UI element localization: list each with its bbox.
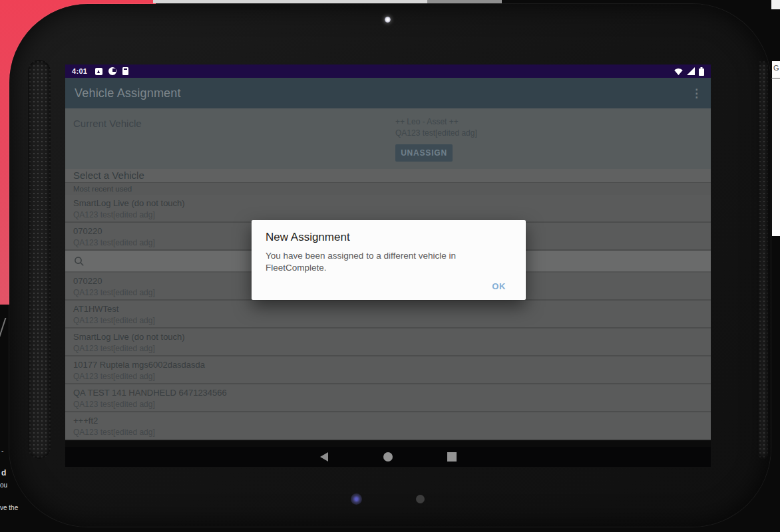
battery-icon xyxy=(699,67,704,76)
vehicle-row-subtitle: QA123 test[edited adg] xyxy=(73,343,703,354)
bezel-sensor-dot xyxy=(416,495,425,503)
status-bar: 4:01 xyxy=(65,65,711,78)
device-screen: 4:01 Vehicle Assignment xyxy=(65,65,711,467)
cellular-signal-icon xyxy=(687,67,695,76)
current-vehicle-label: Current Vehicle xyxy=(73,118,142,129)
most-recent-header: Most recent used xyxy=(65,182,711,195)
vehicle-row-title: SmartLog Live (do not touch) xyxy=(73,331,703,343)
notification-icon xyxy=(95,68,102,75)
unassign-button[interactable]: UNASSIGN xyxy=(395,144,453,162)
vehicle-row-title: SmartLog Live (do not touch) xyxy=(73,197,703,209)
list-bottom-gap xyxy=(65,440,711,447)
background-text-fragment: ve the xyxy=(0,504,18,511)
background-text-fragment: ou xyxy=(0,481,7,489)
notification-icons xyxy=(95,67,128,75)
dialog-title: New Assignment xyxy=(266,231,511,244)
background-edge-letter: G xyxy=(773,64,779,72)
background-top-strip-dark xyxy=(427,0,502,3)
overflow-menu-icon[interactable]: ⋮ xyxy=(691,88,701,99)
vehicle-row-title: 10177 Ruptela mgs6002dasdasda xyxy=(73,358,703,371)
current-vehicle-subtitle: QA123 test[edited adg] xyxy=(395,128,477,138)
vehicle-row[interactable]: AT1HWTest QA123 test[edited adg] xyxy=(65,301,711,329)
vehicle-row-subtitle: QA123 test[edited adg] xyxy=(73,371,703,382)
vehicle-row[interactable]: +++ft2 QA123 test[edited adg] xyxy=(65,412,711,440)
bezel-camera-dot xyxy=(351,493,362,505)
vehicle-row[interactable]: 10177 Ruptela mgs6002dasdasda QA123 test… xyxy=(65,356,711,384)
vehicle-row-subtitle: QA123 test[edited adg] xyxy=(73,427,703,438)
background-page-rule xyxy=(771,78,780,78)
screenshot-scene: G - d ou ve the 4:01 xyxy=(0,0,780,532)
current-vehicle-name: ++ Leo - Asset ++ xyxy=(395,117,459,126)
ok-button[interactable]: OK xyxy=(488,281,510,292)
vehicle-row[interactable]: SmartLog Live (do not touch) QA123 test[… xyxy=(65,329,711,356)
home-icon[interactable] xyxy=(383,452,393,462)
search-icon xyxy=(74,256,85,267)
vehicle-row-subtitle: QA123 test[edited adg] xyxy=(73,315,703,326)
wifi-icon xyxy=(674,67,683,76)
dialog-message: You have been assigned to a different ve… xyxy=(266,250,511,274)
background-top-strip xyxy=(153,0,427,3)
select-vehicle-header: Select a Vehicle xyxy=(65,169,711,182)
back-icon[interactable] xyxy=(320,452,328,462)
recents-icon[interactable] xyxy=(447,452,457,462)
page-title: Vehicle Assignment xyxy=(75,86,181,100)
front-camera-icon xyxy=(385,17,391,23)
android-nav-bar xyxy=(65,447,711,467)
notification-icon xyxy=(108,67,116,75)
vehicle-row[interactable]: SmartLog Live (do not touch) QA123 test[… xyxy=(65,195,711,223)
clock-label: 4:01 xyxy=(72,67,87,75)
vehicle-row-title: AT1HWTest xyxy=(73,303,703,315)
background-corner-white xyxy=(771,0,780,9)
app-toolbar: Vehicle Assignment ⋮ xyxy=(65,78,711,108)
vehicle-row-subtitle: QA123 test[edited adg] xyxy=(73,399,703,410)
background-text-sliver xyxy=(0,318,6,348)
speaker-grille-left xyxy=(28,60,51,459)
background-text-fragment: d xyxy=(1,469,6,477)
vehicle-row-subtitle: QA123 test[edited adg] xyxy=(73,209,703,220)
background-page-edge: G xyxy=(772,61,780,236)
vehicle-row-title: +++ft2 xyxy=(73,414,703,427)
current-vehicle-section: Current Vehicle ++ Leo - Asset ++ QA123 … xyxy=(65,108,711,169)
background-text-fragment: - xyxy=(1,447,3,454)
notification-icon xyxy=(122,67,128,75)
speaker-grille-right xyxy=(758,60,768,459)
new-assignment-dialog: New Assignment You have been assigned to… xyxy=(252,220,526,300)
vehicle-row[interactable]: QA TEST 141 HANDHELD 6471234566 QA123 te… xyxy=(65,384,711,412)
status-system-icons xyxy=(674,67,704,76)
vehicle-row-title: QA TEST 141 HANDHELD 6471234566 xyxy=(73,386,703,399)
dialog-actions: OK xyxy=(488,280,510,292)
